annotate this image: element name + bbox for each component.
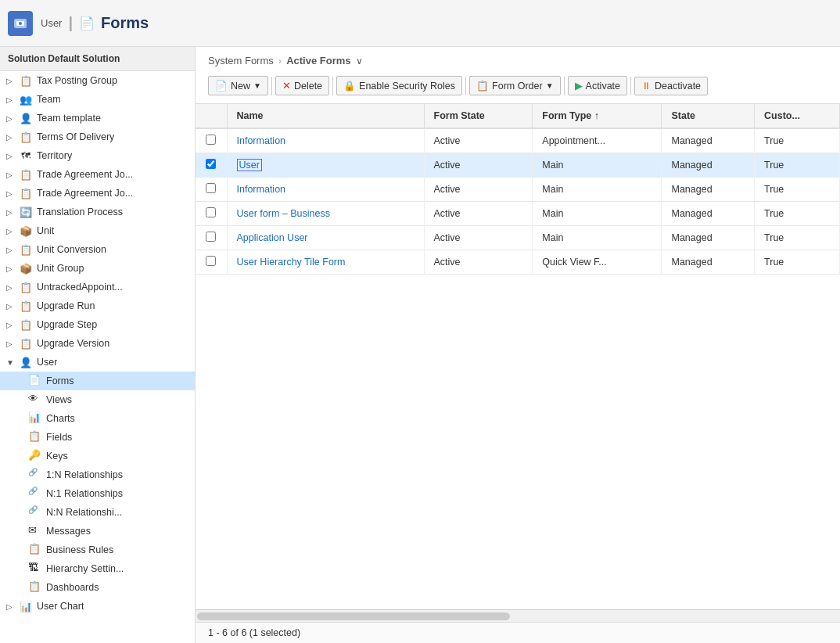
hierarchy-icon: 🏗	[28, 562, 42, 576]
status-bar: 1 - 6 of 6 (1 selected)	[196, 622, 840, 643]
row-checkbox-cell[interactable]	[196, 226, 227, 250]
item-icon: 📦	[19, 224, 33, 238]
new-button[interactable]: 📄 New ▼	[208, 76, 268, 95]
sidebar-item-unit-group[interactable]: ▷ 📦 Unit Group	[0, 259, 195, 278]
delete-icon: ✕	[282, 80, 291, 92]
row-name-link[interactable]: Information	[237, 184, 286, 195]
breadcrumb-separator: ›	[278, 55, 282, 66]
row-checkbox-cell[interactable]	[196, 250, 227, 275]
activate-label: Activate	[586, 81, 620, 92]
item-icon: 👤	[19, 111, 33, 125]
form-order-button[interactable]: 📋 Form Order ▼	[469, 76, 561, 95]
sidebar-item[interactable]: ▷ 👤 Team template	[0, 109, 195, 128]
sidebar-item-user-chart[interactable]: ▷ 📊 User Chart	[0, 597, 195, 616]
row-name-cell: Information	[227, 128, 424, 153]
sidebar-item[interactable]: ▷ 📋 Unit Conversion	[0, 240, 195, 259]
activate-button[interactable]: ▶ Activate	[568, 76, 627, 95]
sub-item-views[interactable]: 👁 Views	[0, 390, 195, 409]
expand-icon: ▷	[6, 227, 19, 235]
row-checkbox[interactable]	[206, 207, 216, 217]
sub-item-n1-relationships[interactable]: 🔗 N:1 Relationships	[0, 484, 195, 503]
enable-security-roles-button[interactable]: 🔒 Enable Security Roles	[336, 76, 462, 95]
breadcrumb-dropdown-btn[interactable]: ∨	[356, 56, 363, 66]
row-customizable-cell: True	[755, 250, 840, 275]
sub-item-messages[interactable]: ✉ Messages	[0, 522, 195, 541]
sidebar-item[interactable]: ▷ 📋 Upgrade Run	[0, 296, 195, 315]
sub-item-fields[interactable]: 📋 Fields	[0, 428, 195, 447]
delete-button[interactable]: ✕ Delete	[275, 76, 329, 95]
sidebar-item[interactable]: ▷ 📋 UntrackedAppoint...	[0, 278, 195, 296]
row-name-link[interactable]: User form – Business	[237, 208, 330, 219]
toolbar-separator-4	[564, 77, 565, 95]
sidebar-item[interactable]: ▷ 📋 Upgrade Version	[0, 334, 195, 353]
sub-item-forms[interactable]: 📄 Forms	[0, 372, 195, 390]
status-text: 1 - 6 of 6 (1 selected)	[208, 627, 300, 638]
deactivate-button[interactable]: ⏸ Deactivate	[634, 77, 708, 95]
col-name[interactable]: Name	[227, 104, 424, 128]
horizontal-scrollbar[interactable]	[196, 609, 840, 622]
row-checkbox[interactable]	[206, 256, 216, 266]
row-name-link[interactable]: Information	[237, 135, 286, 146]
row-checkbox-cell[interactable]	[196, 178, 227, 202]
table-row: Information Active Appointment... Manage…	[196, 128, 840, 153]
col-state-label: State	[671, 110, 695, 121]
row-checkbox-cell[interactable]	[196, 128, 227, 153]
row-checkbox[interactable]	[206, 159, 216, 169]
sub-item-label: N:1 Relationships	[46, 488, 123, 499]
toolbar-separator-5	[630, 77, 631, 95]
sidebar-item[interactable]: ▷ 📋 Tax Posting Group	[0, 71, 195, 90]
sidebar-item-terms-of-delivery[interactable]: ▷ 📋 Terms Of Delivery	[0, 128, 195, 146]
business-rules-icon: 📋	[28, 543, 42, 557]
sub-item-label: 1:N Relationships	[46, 469, 123, 480]
row-checkbox[interactable]	[206, 135, 216, 145]
content-area: System Forms › Active Forms ∨ 📄 New ▼ ✕ …	[196, 47, 840, 643]
row-form-state-cell: Active	[424, 128, 533, 153]
row-name-cell: User Hierarchy Tile Form	[227, 250, 424, 275]
form-order-icon: 📋	[476, 80, 489, 92]
row-checkbox-cell[interactable]	[196, 202, 227, 226]
item-icon: 📋	[19, 130, 33, 144]
sidebar-item[interactable]: ▷ 🗺 Territory	[0, 146, 195, 165]
sub-item-keys[interactable]: 🔑 Keys	[0, 447, 195, 465]
sidebar-item-unit[interactable]: ▷ 📦 Unit	[0, 221, 195, 240]
forms-table: Name Form State Form Type ↑ State Custo.	[196, 104, 840, 275]
new-label: New	[231, 81, 250, 92]
sub-item-hierarchy-settings[interactable]: 🏗 Hierarchy Settin...	[0, 559, 195, 578]
row-form-type-cell: Quick View F...	[533, 250, 662, 275]
sidebar-item-translation-process[interactable]: ▷ 🔄 Translation Process	[0, 203, 195, 221]
col-customizable[interactable]: Custo...	[755, 104, 840, 128]
row-checkbox[interactable]	[206, 183, 216, 193]
expand-icon: ▷	[6, 339, 19, 348]
expand-icon: ▷	[6, 133, 19, 142]
sidebar-item[interactable]: ▷ 📋 Upgrade Step	[0, 315, 195, 334]
sub-item-charts[interactable]: 📊 Charts	[0, 409, 195, 428]
sub-item-1n-relationships[interactable]: 🔗 1:N Relationships	[0, 465, 195, 484]
scroll-thumb[interactable]	[197, 612, 510, 620]
item-icon: 🗺	[19, 149, 33, 163]
sidebar-item[interactable]: ▷ 📋 Trade Agreement Jo...	[0, 184, 195, 203]
sidebar-item-label: Translation Process	[37, 207, 123, 217]
sub-item-business-rules[interactable]: 📋 Business Rules	[0, 541, 195, 559]
col-state[interactable]: State	[662, 104, 755, 128]
row-name-link[interactable]: Application User	[237, 232, 308, 243]
expand-icon: ▷	[6, 171, 19, 179]
sidebar-item[interactable]: ▷ 👥 Team	[0, 90, 195, 109]
toolbar-separator-3	[465, 77, 466, 95]
row-checkbox-cell[interactable]	[196, 153, 227, 178]
sub-item-nn-relationships[interactable]: 🔗 N:N Relationshi...	[0, 503, 195, 522]
col-form-type[interactable]: Form Type ↑	[533, 104, 662, 128]
sub-item-dashboards[interactable]: 📋 Dashboards	[0, 578, 195, 597]
sidebar-item-user[interactable]: ▼ 👤 User	[0, 353, 195, 372]
row-name-link[interactable]: User	[237, 159, 262, 171]
1n-rel-icon: 🔗	[28, 468, 42, 482]
row-name-link[interactable]: User Hierarchy Tile Form	[237, 257, 346, 268]
item-icon: 📋	[19, 336, 33, 350]
row-checkbox[interactable]	[206, 232, 216, 242]
sidebar-item[interactable]: ▷ 📋 Trade Agreement Jo...	[0, 165, 195, 184]
row-state-cell: Managed	[662, 250, 755, 275]
col-form-state[interactable]: Form State	[424, 104, 533, 128]
item-icon: 👤	[19, 355, 33, 369]
sidebar-item-label: Upgrade Version	[37, 338, 109, 349]
new-icon: 📄	[215, 80, 228, 92]
expand-icon: ▷	[6, 95, 19, 104]
